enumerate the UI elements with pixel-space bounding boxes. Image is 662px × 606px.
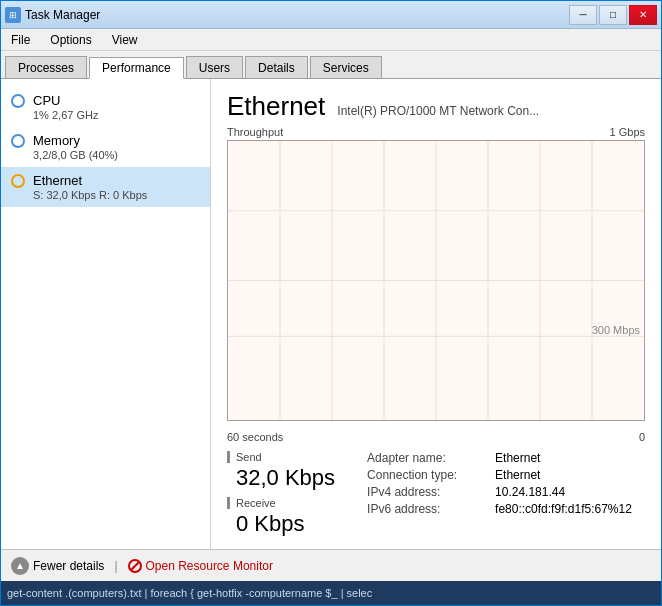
adapter-name-row: Adapter name: Ethernet (367, 451, 632, 465)
ipv6-row: IPv6 address: fe80::c0fd:f9f:d1f5:67%12 (367, 502, 632, 516)
tab-bar: Processes Performance Users Details Serv… (1, 51, 661, 79)
memory-indicator (11, 134, 25, 148)
receive-value: 0 Kbps (227, 511, 335, 537)
taskbar-text: get-content .(computers).txt | foreach {… (7, 587, 372, 599)
seconds-label: 60 seconds (227, 431, 283, 443)
connection-type-row: Connection type: Ethernet (367, 468, 632, 482)
receive-block: Receive 0 Kbps (227, 497, 335, 537)
chevron-up-icon: ▲ (11, 557, 29, 575)
app-icon: ⊞ (5, 7, 21, 23)
close-button[interactable]: ✕ (629, 5, 657, 25)
tab-users[interactable]: Users (186, 56, 243, 78)
gbps-label: 1 Gbps (610, 126, 645, 138)
main-subtitle: Intel(R) PRO/1000 MT Network Con... (337, 104, 539, 118)
taskbar-bottom: get-content .(computers).txt | foreach {… (1, 581, 661, 605)
menu-options[interactable]: Options (44, 31, 97, 49)
stats-section: Send 32,0 Kbps Receive 0 Kbps Adapter na… (227, 451, 645, 537)
chart-label-top: Throughput 1 Gbps (227, 126, 645, 138)
memory-header: Memory (11, 133, 200, 148)
ethernet-header: Ethernet (11, 173, 200, 188)
window-title: Task Manager (25, 8, 100, 22)
connection-label: Connection type: (367, 468, 487, 482)
fewer-details-button[interactable]: ▲ Fewer details (11, 557, 104, 575)
main-content: CPU 1% 2,67 GHz Memory 3,2/8,0 GB (40%) … (1, 79, 661, 549)
ipv6-label: IPv6 address: (367, 502, 487, 516)
chart-label-bottom: 60 seconds 0 (227, 431, 645, 443)
ipv4-row: IPv4 address: 10.24.181.44 (367, 485, 632, 499)
300mbps-label: 300 Mbps (592, 324, 640, 336)
adapter-name-value: Ethernet (495, 451, 540, 465)
send-label: Send (227, 451, 335, 463)
menu-view[interactable]: View (106, 31, 144, 49)
connection-value: Ethernet (495, 468, 540, 482)
zero-label: 0 (639, 431, 645, 443)
ethernet-indicator (11, 174, 25, 188)
window-controls: ─ □ ✕ (569, 5, 657, 25)
cpu-detail: 1% 2,67 GHz (33, 109, 200, 121)
memory-detail: 3,2/8,0 GB (40%) (33, 149, 200, 161)
send-receive-block: Send 32,0 Kbps Receive 0 Kbps (227, 451, 335, 537)
cpu-label: CPU (33, 93, 60, 108)
task-manager-window: ⊞ Task Manager ─ □ ✕ File Options View P… (0, 0, 662, 606)
tab-processes[interactable]: Processes (5, 56, 87, 78)
maximize-button[interactable]: □ (599, 5, 627, 25)
sidebar-item-cpu[interactable]: CPU 1% 2,67 GHz (1, 87, 210, 127)
send-value: 32,0 Kbps (227, 465, 335, 491)
cpu-indicator (11, 94, 25, 108)
tab-details[interactable]: Details (245, 56, 308, 78)
tab-services[interactable]: Services (310, 56, 382, 78)
menu-bar: File Options View (1, 29, 661, 51)
receive-label: Receive (227, 497, 335, 509)
fewer-details-label: Fewer details (33, 559, 104, 573)
cpu-header: CPU (11, 93, 200, 108)
ethernet-chart: 300 Mbps (227, 140, 645, 421)
minimize-button[interactable]: ─ (569, 5, 597, 25)
send-block: Send 32,0 Kbps (227, 451, 335, 491)
menu-file[interactable]: File (5, 31, 36, 49)
sidebar-item-memory[interactable]: Memory 3,2/8,0 GB (40%) (1, 127, 210, 167)
throughput-label: Throughput (227, 126, 283, 138)
ethernet-label: Ethernet (33, 173, 82, 188)
main-title-big: Ethernet (227, 91, 325, 122)
sidebar: CPU 1% 2,67 GHz Memory 3,2/8,0 GB (40%) … (1, 79, 211, 549)
title-bar-left: ⊞ Task Manager (5, 7, 100, 23)
sidebar-item-ethernet[interactable]: Ethernet S: 32,0 Kbps R: 0 Kbps (1, 167, 210, 207)
adapter-info: Adapter name: Ethernet Connection type: … (367, 451, 632, 537)
tab-performance[interactable]: Performance (89, 57, 184, 79)
main-title-area: Ethernet Intel(R) PRO/1000 MT Network Co… (227, 91, 645, 122)
ipv6-value: fe80::c0fd:f9f:d1f5:67%12 (495, 502, 632, 516)
open-resource-label: Open Resource Monitor (146, 559, 273, 573)
memory-label: Memory (33, 133, 80, 148)
separator: | (114, 559, 117, 573)
adapter-name-label: Adapter name: (367, 451, 487, 465)
ipv4-label: IPv4 address: (367, 485, 487, 499)
open-resource-button[interactable]: Open Resource Monitor (128, 559, 273, 573)
ipv4-value: 10.24.181.44 (495, 485, 565, 499)
ethernet-detail: S: 32,0 Kbps R: 0 Kbps (33, 189, 200, 201)
title-bar: ⊞ Task Manager ─ □ ✕ (1, 1, 661, 29)
main-panel: Ethernet Intel(R) PRO/1000 MT Network Co… (211, 79, 661, 549)
no-icon (128, 559, 142, 573)
bottom-bar: ▲ Fewer details | Open Resource Monitor (1, 549, 661, 581)
